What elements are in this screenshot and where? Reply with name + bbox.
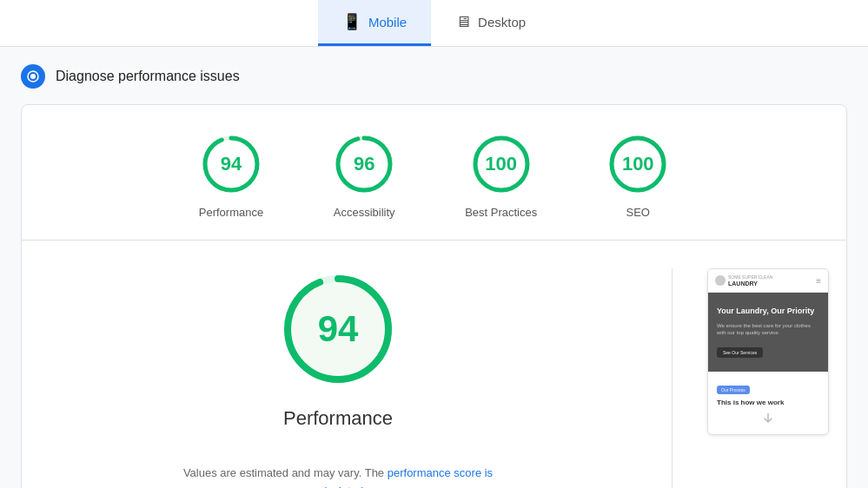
score-circle-performance: 94: [200, 133, 262, 195]
left-panel: 94 Performance Values are estimated and …: [39, 268, 637, 488]
score-value-seo: 100: [622, 153, 654, 175]
score-circle-best-practices: 100: [470, 133, 533, 195]
phone-hero-title: Your Laundry, Our Priority: [717, 307, 819, 317]
score-label-accessibility: Accessibility: [334, 206, 395, 219]
big-score-label: Performance: [283, 407, 393, 430]
diagnose-title: Diagnose performance issues: [56, 69, 240, 84]
main-content: 94 Performance Values are estimated and …: [39, 268, 829, 488]
phone-hero-subtitle: We ensure the best care for your clothes…: [717, 322, 819, 337]
score-value-performance: 94: [221, 153, 242, 175]
score-label-performance: Performance: [199, 206, 263, 219]
scores-row: 94 Performance 96 Accessibility: [39, 133, 829, 219]
diagnose-icon: [21, 64, 45, 89]
tab-mobile[interactable]: 📱 Mobile: [318, 0, 431, 46]
note-text: Values are estimated and may vary. The p…: [182, 465, 494, 488]
tab-desktop-label: Desktop: [478, 15, 526, 30]
tab-bar: 📱 Mobile 🖥 Desktop: [0, 0, 868, 47]
scores-card: 94 Performance 96 Accessibility: [21, 104, 847, 488]
phone-logo-icon: [715, 275, 726, 286]
diagnose-header: Diagnose performance issues: [21, 64, 847, 89]
big-score-value: 94: [318, 308, 359, 350]
tab-desktop[interactable]: 🖥 Desktop: [431, 0, 550, 46]
phone-logo-text: LAUNDRY: [728, 280, 772, 287]
scores-divider: [22, 240, 846, 241]
phone-section-badge: Our Process: [717, 386, 750, 394]
right-panel: SOME SUPER CLEAN LAUNDRY ≡ Your Laundry,…: [707, 268, 829, 435]
score-value-accessibility: 96: [354, 153, 374, 175]
score-item-seo[interactable]: 100 SEO: [606, 133, 669, 219]
phone-logo: SOME SUPER CLEAN LAUNDRY: [715, 274, 772, 287]
phone-cta-btn: See Our Services: [717, 347, 763, 358]
phone-section-icon: [717, 413, 819, 425]
phone-mockup: SOME SUPER CLEAN LAUNDRY ≡ Your Laundry,…: [707, 268, 829, 435]
page-body: Diagnose performance issues 94 Performan…: [0, 47, 868, 488]
score-label-seo: SEO: [626, 206, 650, 219]
phone-menu-icon: ≡: [816, 276, 821, 286]
phone-section: Our Process This is how we work: [708, 372, 828, 434]
phone-header: SOME SUPER CLEAN LAUNDRY ≡: [708, 269, 828, 293]
note-before: Values are estimated and may vary. The: [183, 466, 384, 479]
phone-hero: Your Laundry, Our Priority We ensure the…: [708, 293, 828, 372]
svg-point-1: [30, 74, 36, 79]
score-circle-accessibility: 96: [333, 133, 395, 195]
score-item-performance[interactable]: 94 Performance: [199, 133, 263, 219]
mobile-icon: 📱: [342, 12, 361, 31]
phone-section-title: This is how we work: [717, 399, 819, 406]
desktop-icon: 🖥: [455, 13, 471, 31]
big-score-circle: 94: [277, 268, 399, 390]
score-value-best-practices: 100: [485, 153, 517, 175]
big-score-container: 94 Performance: [277, 268, 399, 444]
score-item-accessibility[interactable]: 96 Accessibility: [333, 133, 395, 219]
score-item-best-practices[interactable]: 100 Best Practices: [465, 133, 537, 219]
tab-mobile-label: Mobile: [368, 15, 407, 30]
score-label-best-practices: Best Practices: [465, 206, 537, 219]
score-circle-seo: 100: [606, 133, 669, 195]
vertical-divider: [672, 268, 673, 488]
